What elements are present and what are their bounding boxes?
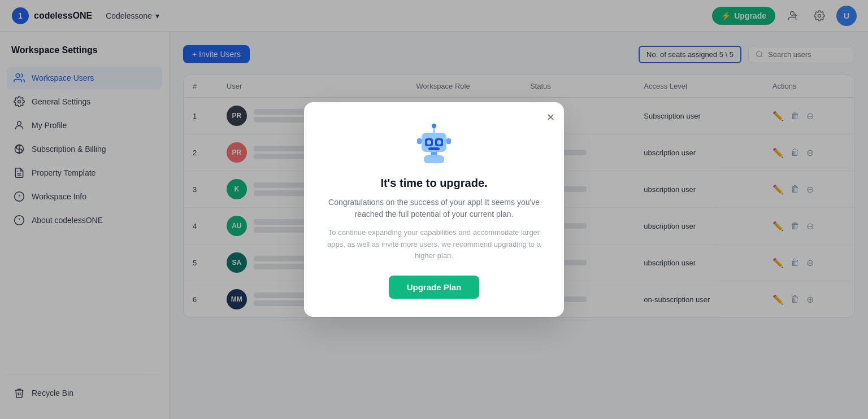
modal-title: It's time to upgrade. xyxy=(322,177,546,190)
upgrade-modal: ✕ xyxy=(304,102,564,317)
svg-point-26 xyxy=(432,124,436,128)
robot-icon xyxy=(411,120,457,165)
modal-overlay: ✕ xyxy=(0,0,868,419)
svg-rect-29 xyxy=(428,147,440,150)
modal-close-button[interactable]: ✕ xyxy=(546,111,555,124)
svg-rect-28 xyxy=(446,138,451,144)
svg-point-24 xyxy=(437,140,441,145)
modal-subtitle: Congratulations on the success of your a… xyxy=(322,197,546,220)
svg-point-23 xyxy=(427,140,431,145)
modal-body: To continue expanding your capabilities … xyxy=(322,227,546,262)
svg-rect-30 xyxy=(431,152,437,155)
upgrade-plan-button[interactable]: Upgrade Plan xyxy=(389,276,480,299)
svg-rect-31 xyxy=(424,155,444,163)
svg-rect-27 xyxy=(417,138,422,144)
